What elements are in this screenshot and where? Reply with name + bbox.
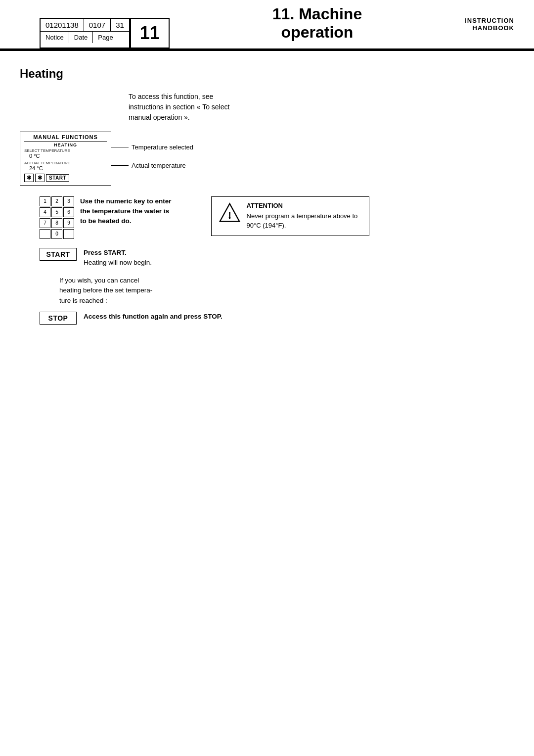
attention-box: ! ATTENTION Never program a temperature … xyxy=(211,196,369,236)
annotation-temp-selected-text: Temperature selected xyxy=(132,143,193,151)
stop-button[interactable]: STOP xyxy=(40,312,77,325)
header: 01201138 0107 31 Notice Date Page 11 11.… xyxy=(0,0,534,50)
mf-star2: ✱ xyxy=(35,174,44,182)
key-3: 3 xyxy=(63,196,74,206)
key-6: 6 xyxy=(63,207,74,217)
intro-text: To access this function, see instruction… xyxy=(129,92,297,123)
label-page: Page xyxy=(93,32,118,43)
key-empty2 xyxy=(63,229,74,239)
keypad-row: 1 2 3 4 5 6 7 8 9 0 Use the numeric key … xyxy=(40,196,514,239)
mf-subtitle: HEATING xyxy=(24,142,107,147)
page-number-cell: 31 xyxy=(111,19,129,31)
start-button-row: START Press START. Heating will now begi… xyxy=(40,248,514,268)
cancel-text: If you wish, you can cancel heating befo… xyxy=(59,276,218,306)
annotation-dash-2 xyxy=(111,165,129,166)
mf-start-btn: START xyxy=(46,174,69,182)
svg-text:!: ! xyxy=(228,210,231,221)
keypad-bold-line3: to be heated do. xyxy=(80,217,132,225)
attention-content: ! ATTENTION Never program a temperature … xyxy=(219,202,362,231)
header-title-area: 11. Machine operation xyxy=(170,0,465,48)
attention-text-area: ATTENTION Never program a temperature ab… xyxy=(247,202,362,231)
cancel-line2: heating before the set tempera- xyxy=(59,286,152,294)
annotation-actual-temp: Actual temperature xyxy=(111,162,193,169)
keypad-bold-line2: the temperature the water is xyxy=(80,207,169,215)
cancel-line3: ture is reached : xyxy=(59,297,107,304)
intro-line1: To access this function, see xyxy=(129,93,213,100)
key-5: 5 xyxy=(51,207,62,217)
stop-bold-text: Access this function again and press STO… xyxy=(84,313,222,320)
attention-header: ATTENTION xyxy=(247,202,362,209)
start-button[interactable]: START xyxy=(40,248,77,261)
svg-point-2 xyxy=(228,216,230,218)
annotation-temp-selected: Temperature selected xyxy=(111,143,193,151)
title-line1: 11. Machine xyxy=(272,5,362,23)
stop-button-row: STOP Access this function again and pres… xyxy=(40,312,514,325)
key-9: 9 xyxy=(63,218,74,228)
warning-icon: ! xyxy=(219,202,241,224)
header-table: 01201138 0107 31 Notice Date Page xyxy=(40,18,130,48)
annotation-actual-temp-text: Actual temperature xyxy=(132,162,186,169)
label-notice: Notice xyxy=(41,32,69,43)
start-description: Press START. Heating will now begin. xyxy=(84,248,152,268)
instruction-line1: INSTRUCTION xyxy=(465,17,514,24)
header-divider xyxy=(0,50,534,51)
intro-line3: manual operation ». xyxy=(129,113,190,121)
cancel-line1: If you wish, you can cancel xyxy=(59,277,139,284)
date-value: 0107 xyxy=(84,19,111,31)
keypad-grid: 1 2 3 4 5 6 7 8 9 0 xyxy=(40,196,74,239)
key-0: 0 xyxy=(51,229,62,239)
key-1: 1 xyxy=(40,196,50,206)
press-start-bold: Press START. xyxy=(84,249,127,256)
instruction-line2: HANDBOOK xyxy=(472,24,514,32)
label-date: Date xyxy=(69,32,93,43)
annotation-dash-1 xyxy=(111,147,129,147)
mf-actual-temp-value: 24 °C xyxy=(29,165,107,171)
mf-title: MANUAL FUNCTIONS xyxy=(24,134,107,142)
intro-line2: instructions in section « To select xyxy=(129,103,229,111)
title-line2: operation xyxy=(281,23,354,42)
keypad-instruction-text: Use the numeric key to enter the tempera… xyxy=(80,196,172,227)
key-7: 7 xyxy=(40,218,50,228)
attention-text: Never program a temperature above to 90°… xyxy=(247,211,362,231)
press-start-text: Heating will now begin. xyxy=(84,259,152,266)
stop-description: Access this function again and press STO… xyxy=(84,312,222,322)
manual-functions-box: MANUAL FUNCTIONS HEATING SELECT TEMPERAT… xyxy=(20,132,111,186)
key-8: 8 xyxy=(51,218,62,228)
warning-icon-container: ! xyxy=(219,202,241,226)
key-empty1 xyxy=(40,229,50,239)
mf-star1: ✱ xyxy=(24,174,34,182)
main-content: Heating To access this function, see ins… xyxy=(0,52,534,352)
header-right: INSTRUCTION HANDBOOK xyxy=(465,0,534,48)
start-stop-section: START Press START. Heating will now begi… xyxy=(40,248,514,325)
notice-number: 01201138 xyxy=(41,19,84,31)
keypad-bold-line1: Use the numeric key to enter xyxy=(80,197,172,205)
keypad-area: 1 2 3 4 5 6 7 8 9 0 Use the numeric key … xyxy=(40,196,172,239)
key-2: 2 xyxy=(51,196,62,206)
mf-select-temp-label: SELECT TEMPERATURE xyxy=(24,148,107,153)
mf-actual-temp-label: ACTUAL TEMPERATURE xyxy=(24,161,107,165)
mf-select-temp-value: 0 °C xyxy=(29,153,107,159)
mf-buttons: ✱ ✱ START xyxy=(24,174,107,182)
section-title: Heating xyxy=(20,67,514,81)
key-4: 4 xyxy=(40,207,50,217)
page-number-large: 11 xyxy=(130,18,170,48)
page: 01201138 0107 31 Notice Date Page 11 11.… xyxy=(0,0,534,756)
manual-functions-area: MANUAL FUNCTIONS HEATING SELECT TEMPERAT… xyxy=(20,132,514,186)
